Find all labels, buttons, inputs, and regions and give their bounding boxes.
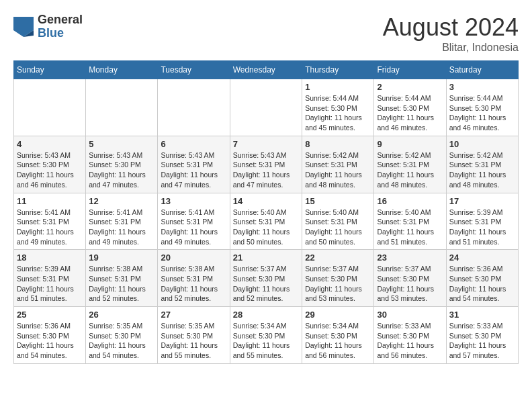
day-number: 6 (161, 139, 226, 149)
day-info: Sunrise: 5:40 AM Sunset: 5:31 PM Dayligh… (377, 208, 443, 247)
day-info: Sunrise: 5:41 AM Sunset: 5:31 PM Dayligh… (17, 208, 83, 247)
day-number: 29 (305, 310, 371, 320)
day-info: Sunrise: 5:44 AM Sunset: 5:30 PM Dayligh… (377, 93, 443, 133)
calendar-cell (86, 79, 158, 136)
weekday-header-monday: Monday (86, 61, 158, 79)
day-number: 19 (89, 253, 154, 263)
weekday-header-wednesday: Wednesday (230, 61, 302, 79)
day-info: Sunrise: 5:34 AM Sunset: 5:30 PM Dayligh… (233, 321, 300, 361)
calendar-cell: 22Sunrise: 5:37 AM Sunset: 5:30 PM Dayli… (302, 250, 374, 307)
weekday-header-tuesday: Tuesday (158, 61, 230, 79)
calendar-title: August 2024 (383, 13, 519, 42)
calendar-cell: 6Sunrise: 5:43 AM Sunset: 5:31 PM Daylig… (158, 136, 230, 193)
calendar-cell: 29Sunrise: 5:34 AM Sunset: 5:30 PM Dayli… (302, 307, 374, 364)
logo: General Blue (13, 13, 83, 40)
day-number: 9 (377, 139, 443, 149)
day-number: 5 (89, 139, 154, 149)
day-number: 2 (377, 82, 443, 92)
calendar-week-4: 18Sunrise: 5:39 AM Sunset: 5:31 PM Dayli… (14, 250, 519, 307)
calendar-cell: 25Sunrise: 5:36 AM Sunset: 5:30 PM Dayli… (14, 307, 86, 364)
weekday-header-saturday: Saturday (446, 61, 518, 79)
weekday-header-thursday: Thursday (302, 61, 374, 79)
calendar-cell: 12Sunrise: 5:41 AM Sunset: 5:31 PM Dayli… (86, 193, 158, 250)
day-number: 4 (17, 139, 83, 149)
calendar-cell: 15Sunrise: 5:40 AM Sunset: 5:31 PM Dayli… (302, 193, 374, 250)
calendar-cell: 2Sunrise: 5:44 AM Sunset: 5:30 PM Daylig… (374, 79, 446, 136)
weekday-header-friday: Friday (374, 61, 446, 79)
day-number: 8 (305, 139, 371, 149)
calendar-cell: 1Sunrise: 5:44 AM Sunset: 5:30 PM Daylig… (302, 79, 374, 136)
day-info: Sunrise: 5:41 AM Sunset: 5:31 PM Dayligh… (161, 208, 226, 247)
day-number: 14 (233, 196, 300, 206)
calendar-cell: 20Sunrise: 5:38 AM Sunset: 5:31 PM Dayli… (158, 250, 230, 307)
day-info: Sunrise: 5:33 AM Sunset: 5:30 PM Dayligh… (377, 321, 443, 361)
day-number: 28 (233, 310, 300, 320)
calendar-cell: 26Sunrise: 5:35 AM Sunset: 5:30 PM Dayli… (86, 307, 158, 364)
day-number: 15 (305, 196, 371, 206)
calendar-week-5: 25Sunrise: 5:36 AM Sunset: 5:30 PM Dayli… (14, 307, 519, 364)
calendar-week-3: 11Sunrise: 5:41 AM Sunset: 5:31 PM Dayli… (14, 193, 519, 250)
calendar-cell: 4Sunrise: 5:43 AM Sunset: 5:30 PM Daylig… (14, 136, 86, 193)
day-number: 13 (161, 196, 226, 206)
day-number: 20 (161, 253, 226, 263)
day-number: 22 (305, 253, 371, 263)
day-number: 7 (233, 139, 300, 149)
day-info: Sunrise: 5:36 AM Sunset: 5:30 PM Dayligh… (449, 264, 515, 304)
day-number: 12 (89, 196, 154, 206)
logo-icon (13, 17, 34, 37)
title-block: August 2024 Blitar, Indonesia (383, 13, 519, 54)
day-info: Sunrise: 5:39 AM Sunset: 5:31 PM Dayligh… (449, 208, 515, 247)
day-info: Sunrise: 5:43 AM Sunset: 5:30 PM Dayligh… (89, 150, 154, 190)
calendar-week-1: 1Sunrise: 5:44 AM Sunset: 5:30 PM Daylig… (14, 79, 519, 136)
day-info: Sunrise: 5:44 AM Sunset: 5:30 PM Dayligh… (449, 93, 515, 133)
calendar-cell: 24Sunrise: 5:36 AM Sunset: 5:30 PM Dayli… (446, 250, 518, 307)
weekday-header-sunday: Sunday (14, 61, 86, 79)
day-info: Sunrise: 5:43 AM Sunset: 5:31 PM Dayligh… (161, 150, 226, 190)
day-number: 24 (449, 253, 515, 263)
day-number: 21 (233, 253, 300, 263)
day-info: Sunrise: 5:38 AM Sunset: 5:31 PM Dayligh… (161, 264, 226, 304)
calendar-table: SundayMondayTuesdayWednesdayThursdayFrid… (13, 60, 519, 364)
calendar-cell: 16Sunrise: 5:40 AM Sunset: 5:31 PM Dayli… (374, 193, 446, 250)
day-number: 30 (377, 310, 443, 320)
calendar-cell: 14Sunrise: 5:40 AM Sunset: 5:31 PM Dayli… (230, 193, 302, 250)
day-info: Sunrise: 5:42 AM Sunset: 5:31 PM Dayligh… (377, 150, 443, 190)
calendar-cell: 28Sunrise: 5:34 AM Sunset: 5:30 PM Dayli… (230, 307, 302, 364)
calendar-cell: 8Sunrise: 5:42 AM Sunset: 5:31 PM Daylig… (302, 136, 374, 193)
day-info: Sunrise: 5:39 AM Sunset: 5:31 PM Dayligh… (17, 264, 83, 304)
day-number: 23 (377, 253, 443, 263)
calendar-cell (14, 79, 86, 136)
day-info: Sunrise: 5:41 AM Sunset: 5:31 PM Dayligh… (89, 208, 154, 247)
day-info: Sunrise: 5:40 AM Sunset: 5:31 PM Dayligh… (233, 208, 300, 247)
day-info: Sunrise: 5:36 AM Sunset: 5:30 PM Dayligh… (17, 321, 83, 361)
calendar-cell: 9Sunrise: 5:42 AM Sunset: 5:31 PM Daylig… (374, 136, 446, 193)
day-number: 3 (449, 82, 515, 92)
calendar-cell: 5Sunrise: 5:43 AM Sunset: 5:30 PM Daylig… (86, 136, 158, 193)
day-number: 11 (17, 196, 83, 206)
calendar-cell: 31Sunrise: 5:33 AM Sunset: 5:30 PM Dayli… (446, 307, 518, 364)
calendar-cell: 13Sunrise: 5:41 AM Sunset: 5:31 PM Dayli… (158, 193, 230, 250)
day-info: Sunrise: 5:40 AM Sunset: 5:31 PM Dayligh… (305, 208, 371, 247)
day-number: 26 (89, 310, 154, 320)
calendar-cell: 17Sunrise: 5:39 AM Sunset: 5:31 PM Dayli… (446, 193, 518, 250)
day-info: Sunrise: 5:43 AM Sunset: 5:30 PM Dayligh… (17, 150, 83, 190)
day-info: Sunrise: 5:44 AM Sunset: 5:30 PM Dayligh… (305, 93, 371, 133)
logo-blue-text: Blue (38, 27, 83, 40)
calendar-week-2: 4Sunrise: 5:43 AM Sunset: 5:30 PM Daylig… (14, 136, 519, 193)
calendar-cell: 11Sunrise: 5:41 AM Sunset: 5:31 PM Dayli… (14, 193, 86, 250)
day-number: 27 (161, 310, 226, 320)
calendar-cell: 10Sunrise: 5:42 AM Sunset: 5:31 PM Dayli… (446, 136, 518, 193)
day-info: Sunrise: 5:33 AM Sunset: 5:30 PM Dayligh… (449, 321, 515, 361)
day-number: 10 (449, 139, 515, 149)
calendar-cell: 19Sunrise: 5:38 AM Sunset: 5:31 PM Dayli… (86, 250, 158, 307)
calendar-cell: 27Sunrise: 5:35 AM Sunset: 5:30 PM Dayli… (158, 307, 230, 364)
weekday-header-row: SundayMondayTuesdayWednesdayThursdayFrid… (14, 61, 519, 79)
logo-general-text: General (38, 13, 83, 27)
calendar-cell: 7Sunrise: 5:43 AM Sunset: 5:31 PM Daylig… (230, 136, 302, 193)
day-number: 18 (17, 253, 83, 263)
day-number: 1 (305, 82, 371, 92)
day-info: Sunrise: 5:37 AM Sunset: 5:30 PM Dayligh… (305, 264, 371, 304)
day-info: Sunrise: 5:37 AM Sunset: 5:30 PM Dayligh… (233, 264, 300, 304)
calendar-cell: 21Sunrise: 5:37 AM Sunset: 5:30 PM Dayli… (230, 250, 302, 307)
day-info: Sunrise: 5:42 AM Sunset: 5:31 PM Dayligh… (305, 150, 371, 190)
